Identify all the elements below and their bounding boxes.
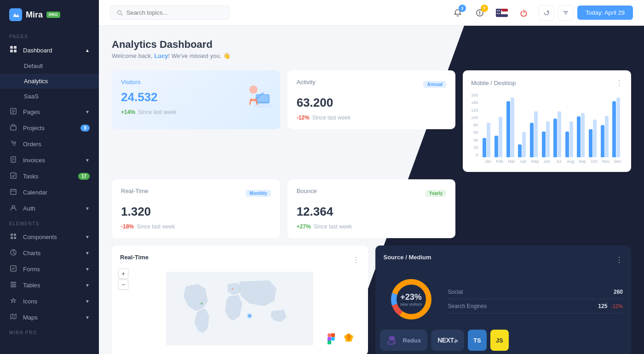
topbar: 3 7 ★★★★★★	[99, 0, 644, 26]
forms-label: Forms	[23, 266, 40, 273]
bar-chart: 160 140 120 100 80 60 40 20 0	[471, 93, 623, 164]
filter-button[interactable]	[558, 5, 574, 21]
realtime-card: Real-Time Monthly 1.320 -18% Since last …	[112, 179, 280, 238]
orders-label: Orders	[23, 141, 41, 148]
power-icon	[520, 9, 528, 17]
sidebar-item-auth[interactable]: Auth ▼	[0, 200, 99, 217]
sidebar-section-mira: MIRA PRO	[0, 325, 99, 338]
visitor-illustration	[240, 76, 276, 113]
projects-label: Projects	[23, 125, 45, 131]
charts-chevron: ▼	[85, 251, 90, 256]
sidebar-item-projects[interactable]: Projects 8	[0, 120, 99, 136]
content-area: Analytics Dashboard Welcome back, Lucy! …	[99, 26, 644, 354]
pages-icon	[9, 108, 17, 116]
svg-rect-1	[10, 46, 13, 49]
svg-rect-22	[11, 234, 13, 236]
sidebar-item-saas[interactable]: SaaS	[0, 89, 99, 104]
invoices-label: Invoices	[23, 157, 45, 164]
orders-icon	[9, 140, 17, 148]
realtime-since: Since last week	[137, 223, 175, 230]
partner-typescript: TS	[468, 330, 487, 351]
map-menu[interactable]: ⋮	[352, 256, 360, 264]
source-row-search: Search Engines 125 -12%	[448, 299, 623, 314]
alerts-button[interactable]: 7	[472, 6, 487, 20]
visitors-since: Since last week	[138, 109, 176, 115]
sidebar-item-analytics[interactable]: Analytics	[0, 74, 99, 89]
sidebar-item-components[interactable]: Components ▼	[0, 229, 99, 245]
svg-rect-17	[11, 189, 16, 194]
calendar-label: Calendar	[23, 189, 47, 196]
sidebar-item-tasks[interactable]: Tasks 17	[0, 168, 99, 184]
js-text: JS	[496, 337, 503, 344]
svg-point-0	[13, 16, 14, 17]
sidebar-item-pages[interactable]: Pages ▼	[0, 104, 99, 120]
refresh-button[interactable]	[539, 5, 554, 21]
sidebar-item-tables[interactable]: Tables ▼	[0, 277, 99, 293]
svg-line-35	[121, 14, 122, 15]
partner-redux: Redux	[380, 330, 428, 351]
social-value: 260	[614, 289, 623, 295]
logo-icon	[9, 8, 22, 21]
date-button[interactable]: Today: April 29	[577, 6, 633, 20]
svg-line-46	[250, 99, 251, 104]
invoices-chevron: ▼	[85, 158, 90, 163]
chart-bars	[483, 93, 623, 157]
search-pct: -12%	[611, 303, 623, 309]
search-input[interactable]	[126, 9, 223, 16]
realtime-value: 1.320	[121, 205, 271, 219]
svg-point-64	[393, 342, 396, 344]
bounce-badge: Yearly	[426, 190, 446, 197]
sketch-logo	[342, 331, 355, 344]
source-row-social: Social 260	[448, 285, 623, 299]
bounce-header: Bounce Yearly	[297, 188, 447, 199]
forms-chevron: ▼	[85, 267, 90, 272]
dashboard-chevron: ▲	[85, 48, 90, 53]
sidebar-item-forms[interactable]: Forms ▼	[0, 261, 99, 277]
svg-rect-53	[328, 333, 331, 337]
svg-rect-2	[14, 46, 17, 49]
map-title: Real-Time	[120, 254, 149, 261]
svg-rect-57	[328, 341, 331, 344]
bounce-since: Since last week	[314, 223, 352, 230]
tables-chevron: ▼	[85, 283, 90, 288]
source-rows: Social 260 Search Engines 125 -12%	[448, 285, 623, 314]
sidebar-item-default[interactable]: Default	[0, 58, 99, 74]
sidebar-item-orders[interactable]: Orders	[0, 136, 99, 152]
sidebar: Mira PRO PAGES Dashboard ▲ Default Analy…	[0, 0, 99, 354]
zoom-in-button[interactable]: +	[118, 268, 128, 279]
visitors-pct: +14%	[121, 109, 135, 115]
power-button[interactable]	[517, 6, 531, 20]
sidebar-item-calendar[interactable]: Calendar	[0, 184, 99, 200]
main-area: 3 7 ★★★★★★	[99, 0, 644, 354]
svg-rect-30	[11, 285, 16, 286]
chart-menu[interactable]: ⋮	[615, 79, 623, 87]
sidebar-item-icons[interactable]: Icons ▼	[0, 293, 99, 309]
svg-rect-25	[14, 237, 16, 239]
sidebar-item-invoices[interactable]: Invoices ▼	[0, 152, 99, 168]
notifications-badge: 3	[459, 5, 466, 12]
page-subtitle: Welcome back, Lucy! We've missed you. 👋	[112, 52, 230, 59]
pro-badge: PRO	[46, 11, 60, 18]
search-box[interactable]	[110, 6, 230, 20]
social-name: Social	[448, 289, 463, 295]
svg-rect-9	[11, 126, 16, 130]
zoom-out-button[interactable]: −	[118, 280, 128, 290]
activity-label: Activity	[297, 79, 316, 86]
ts-text: TS	[473, 337, 481, 344]
svg-rect-4	[14, 50, 17, 52]
svg-rect-55	[328, 337, 331, 341]
language-selector[interactable]: ★★★★★★	[494, 6, 509, 20]
donut-chart: +23% new visitors	[384, 272, 439, 327]
svg-rect-16	[11, 173, 16, 178]
topbar-right: 3 7 ★★★★★★	[450, 5, 633, 21]
sidebar-item-dashboard[interactable]: Dashboard ▲	[0, 42, 99, 58]
sidebar-item-charts[interactable]: Charts ▼	[0, 245, 99, 261]
redux-logo	[386, 334, 398, 346]
source-menu[interactable]: ⋮	[615, 256, 623, 264]
source-header: Source / Medium ⋮	[384, 254, 623, 266]
notifications-button[interactable]: 3	[450, 6, 465, 20]
bounce-footer: +27% Since last week	[297, 223, 447, 230]
sidebar-item-maps[interactable]: Maps ▼	[0, 309, 99, 325]
svg-point-51	[201, 303, 202, 304]
default-label: Default	[24, 63, 43, 69]
